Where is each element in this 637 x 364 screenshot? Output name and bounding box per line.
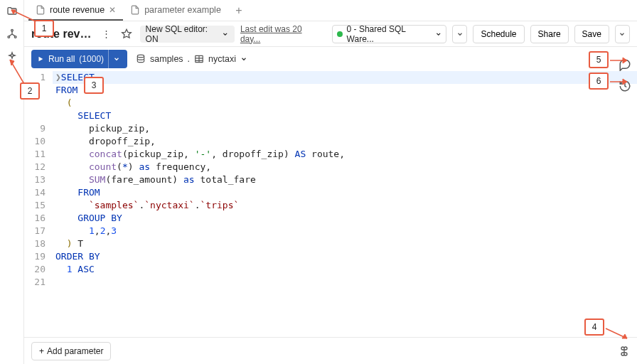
tab-bar: route revenue ✕ parameter example + <box>24 0 637 21</box>
schedule-button[interactable]: Schedule <box>473 25 524 43</box>
last-edit-link[interactable]: Last edit was 20 day... <box>240 24 321 44</box>
code-editor[interactable]: 19101112131415161718192021 ❯SELECTFROM (… <box>24 71 637 337</box>
svg-marker-8 <box>10 60 14 65</box>
arrow <box>6 6 37 23</box>
table-icon <box>194 54 204 64</box>
chevron-down-icon[interactable] <box>108 50 124 68</box>
callout-1: 1 <box>34 20 54 37</box>
compute-more[interactable] <box>452 25 467 43</box>
main-area: route revenue ✕ parameter example + rout… <box>24 0 637 364</box>
add-parameter-button[interactable]: + Add parameter <box>31 342 111 360</box>
more-menu-icon[interactable]: ⋮ <box>99 26 114 42</box>
save-more[interactable] <box>615 25 630 43</box>
callout-3: 3 <box>84 77 104 94</box>
callout-5: 5 <box>589 51 609 68</box>
keyboard-shortcuts-icon[interactable] <box>619 346 630 357</box>
tab-label: parameter example <box>144 5 221 15</box>
save-button[interactable]: Save <box>574 25 609 43</box>
chevron-down-icon <box>435 31 442 38</box>
editor-toggle[interactable]: New SQL editor: ON <box>140 26 235 43</box>
callout-6: 6 <box>589 73 609 90</box>
tab-route-revenue[interactable]: route revenue ✕ <box>28 0 123 21</box>
chevron-down-icon <box>240 55 247 63</box>
arrow <box>6 55 27 85</box>
play-icon <box>37 55 44 63</box>
tab-parameter-example[interactable]: parameter example <box>123 0 228 21</box>
arrow <box>609 77 631 87</box>
svg-marker-12 <box>623 58 627 63</box>
toolbar: route reve... ⋮ New SQL editor: ON Last … <box>24 21 637 47</box>
add-tab-button[interactable]: + <box>228 0 250 21</box>
tab-label: route revenue <box>50 5 105 15</box>
file-icon <box>36 5 46 15</box>
chevron-down-icon <box>222 31 229 38</box>
line-gutter: 19101112131415161718192021 <box>24 71 53 337</box>
code-body[interactable]: ❯SELECTFROM ( SELECT pickup_zip, dropoff… <box>53 71 637 337</box>
database-icon <box>136 54 146 64</box>
left-rail <box>0 0 24 364</box>
arrow <box>609 55 631 65</box>
run-button[interactable]: Run all (1000) <box>31 50 127 68</box>
compute-selector[interactable]: 0 - Shared SQL Ware... <box>332 25 446 43</box>
svg-point-0 <box>11 29 13 31</box>
file-icon <box>130 5 140 15</box>
share-button[interactable]: Share <box>530 25 569 43</box>
status-dot <box>337 31 343 37</box>
arrow <box>604 324 633 343</box>
bottom-bar: + Add parameter <box>24 337 637 364</box>
callout-2: 2 <box>20 82 40 100</box>
source-picker[interactable]: samples . nyctaxi <box>136 54 247 64</box>
star-icon[interactable] <box>119 26 134 42</box>
close-icon[interactable]: ✕ <box>109 5 116 15</box>
svg-marker-14 <box>623 79 627 85</box>
sub-toolbar: Run all (1000) samples . nyctaxi <box>24 47 637 71</box>
callout-4: 4 <box>584 318 604 336</box>
schema-icon[interactable] <box>6 28 18 40</box>
svg-point-3 <box>137 55 144 58</box>
